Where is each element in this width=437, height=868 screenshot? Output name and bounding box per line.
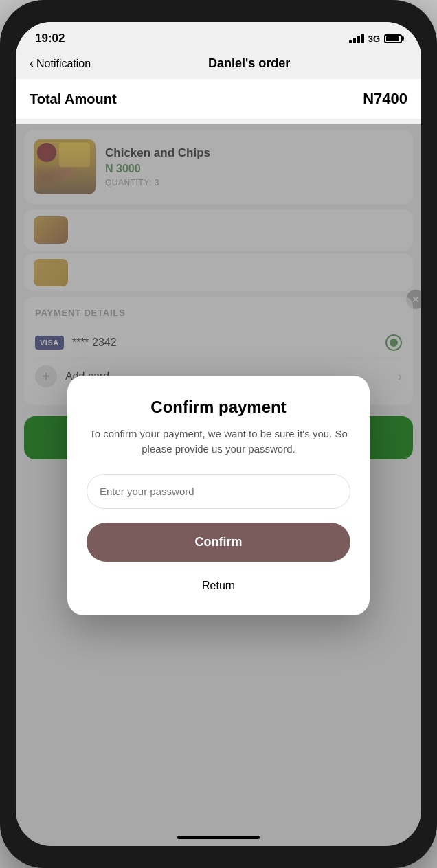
phone-shell: 19:02 3G ‹ Notification Daniel's or <box>0 0 437 868</box>
phone-screen: 19:02 3G ‹ Notification Daniel's or <box>16 22 421 846</box>
status-icons: 3G <box>349 34 402 44</box>
confirm-button[interactable]: Confirm <box>87 523 350 562</box>
modal-title: Confirm payment <box>87 398 350 417</box>
modal-overlay: Confirm payment To confirm your payment,… <box>16 124 421 846</box>
chevron-left-icon: ‹ <box>30 56 34 71</box>
total-amount-bar: Total Amount N7400 <box>16 79 421 119</box>
total-value: N7400 <box>363 90 407 108</box>
page-title: Daniel's order <box>91 56 407 71</box>
content-wrapper: Chicken and Chips N 3000 QUANTITY: 3 <box>16 124 421 846</box>
modal-description: To confirm your payment, we want to be s… <box>87 426 350 457</box>
status-time: 19:02 <box>35 32 65 45</box>
network-label: 3G <box>368 34 380 44</box>
back-label: Notification <box>36 58 91 70</box>
top-nav: ‹ Notification Daniel's order <box>16 51 421 79</box>
confirm-payment-modal: Confirm payment To confirm your payment,… <box>67 376 370 615</box>
battery-icon <box>384 34 402 43</box>
total-label: Total Amount <box>30 91 117 107</box>
signal-icon <box>349 34 364 43</box>
password-input[interactable] <box>87 474 350 509</box>
status-bar: 19:02 3G <box>16 22 421 51</box>
return-button[interactable]: Return <box>87 573 350 599</box>
back-button[interactable]: ‹ Notification <box>30 56 91 71</box>
